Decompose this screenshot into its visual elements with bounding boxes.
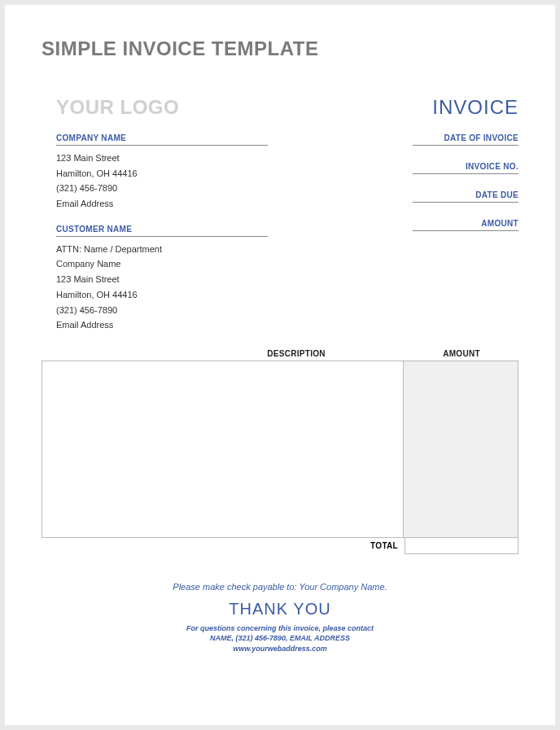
contact-line: For questions concerning this invoice, p… (42, 623, 518, 634)
amount-column (404, 361, 518, 537)
contact-line: www.yourwebaddress.com (42, 644, 518, 654)
customer-line: Hamilton, OH 44416 (56, 287, 268, 303)
top-row: YOUR LOGO INVOICE (42, 96, 518, 119)
thank-you: THANK YOU (42, 600, 518, 619)
customer-line: Email Address (56, 317, 268, 333)
description-column (42, 361, 404, 537)
company-line: Email Address (56, 196, 268, 212)
customer-line: ATTN: Name / Department (56, 242, 268, 257)
contact-line: NAME, (321) 456-7890, EMAIL ADDRESS (42, 633, 518, 644)
th-description: DESCRIPTION (42, 349, 405, 358)
invoice-page: SIMPLE INVOICE TEMPLATE YOUR LOGO INVOIC… (5, 5, 555, 725)
field-invoice-no: INVOICE NO. (413, 162, 518, 174)
right-info: DATE OF INVOICE INVOICE NO. DATE DUE AMO… (413, 133, 518, 333)
logo-placeholder: YOUR LOGO (42, 96, 179, 119)
field-date-of-invoice: DATE OF INVOICE (413, 133, 518, 146)
items-table: DESCRIPTION AMOUNT TOTAL (42, 349, 518, 554)
total-row: TOTAL (42, 538, 518, 554)
company-heading: COMPANY NAME (56, 133, 268, 146)
customer-line: (321) 456-7890 (56, 303, 268, 318)
info-section: COMPANY NAME 123 Main Street Hamilton, O… (42, 133, 518, 333)
table-body (42, 361, 518, 538)
company-line: 123 Main Street (56, 151, 268, 166)
payable-text: Please make check payable to: Your Compa… (42, 582, 518, 592)
left-info: COMPANY NAME 123 Main Street Hamilton, O… (56, 133, 268, 333)
footer: Please make check payable to: Your Compa… (42, 582, 518, 654)
company-line: (321) 456-7890 (56, 181, 268, 196)
th-amount: AMOUNT (405, 349, 518, 358)
customer-heading: CUSTOMER NAME (56, 225, 268, 237)
invoice-heading: INVOICE (432, 96, 518, 119)
field-amount: AMOUNT (413, 219, 518, 231)
company-line: Hamilton, OH 44416 (56, 166, 268, 181)
customer-line: Company Name (56, 256, 268, 272)
page-title: SIMPLE INVOICE TEMPLATE (42, 37, 518, 60)
field-date-due: DATE DUE (413, 190, 518, 203)
table-headers: DESCRIPTION AMOUNT (42, 349, 518, 361)
total-box (405, 538, 518, 554)
total-label: TOTAL (370, 541, 405, 550)
customer-line: 123 Main Street (56, 272, 268, 287)
